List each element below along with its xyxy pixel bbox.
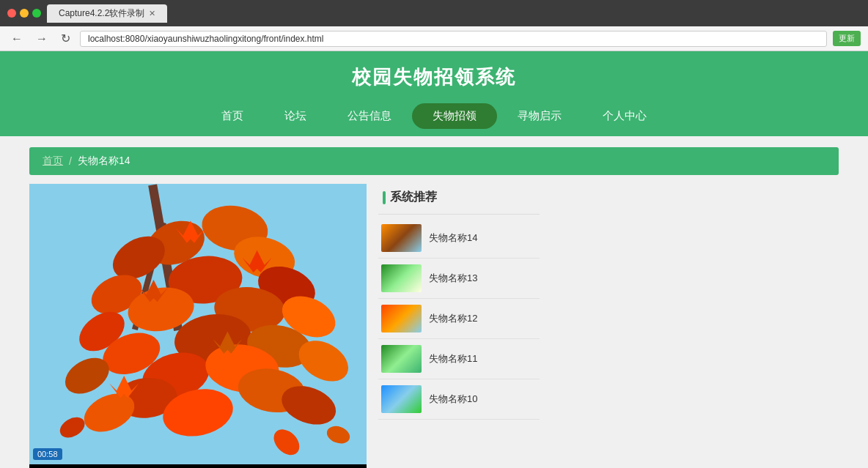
- reload-button[interactable]: ↻: [57, 30, 74, 47]
- sidebar-item-11[interactable]: 失物名称11: [378, 339, 540, 379]
- sidebar-thumb-10: [381, 385, 422, 413]
- maximize-window-button[interactable]: [32, 9, 41, 18]
- sidebar-label-14: 失物名称14: [429, 231, 477, 245]
- app-title: 校园失物招领系统: [0, 64, 868, 90]
- address-bar: ← → ↻ 更新: [0, 26, 868, 51]
- nav-announcements[interactable]: 公告信息: [327, 103, 412, 129]
- app-header: 校园失物招领系统: [0, 51, 868, 103]
- autumn-leaves-image: [29, 184, 367, 464]
- sidebar-item-13[interactable]: 失物名称13: [378, 259, 540, 299]
- browser-chrome: Capture4.2.2软件录制 ✕: [0, 0, 868, 26]
- nav-forum[interactable]: 论坛: [264, 103, 327, 129]
- sidebar-title-text: 系统推荐: [390, 190, 437, 205]
- sidebar-label-11: 失物名称11: [429, 352, 477, 365]
- browser-tab[interactable]: Capture4.2.2软件录制 ✕: [47, 4, 167, 23]
- sidebar-label-13: 失物名称13: [429, 272, 477, 285]
- sidebar-label-10: 失物名称10: [429, 393, 477, 406]
- sidebar-title-bar-decoration: [383, 191, 386, 204]
- minimize-window-button[interactable]: [20, 9, 29, 18]
- main-content: 首页 / 失物名称14: [0, 136, 868, 468]
- update-button[interactable]: 更新: [833, 31, 861, 46]
- nav-home[interactable]: 首页: [201, 103, 264, 129]
- breadcrumb-home-link[interactable]: 首页: [43, 155, 63, 168]
- time-badge: 00:58: [33, 448, 62, 460]
- nav-seeking[interactable]: 寻物启示: [497, 103, 582, 129]
- close-window-button[interactable]: [7, 9, 16, 18]
- sidebar-item-14[interactable]: 失物名称14: [378, 218, 540, 259]
- nav-lost-found[interactable]: 失物招领: [412, 103, 497, 129]
- window-controls: [7, 9, 41, 18]
- sidebar-item-10[interactable]: 失物名称10: [378, 379, 540, 420]
- breadcrumb-current: 失物名称14: [78, 155, 130, 168]
- breadcrumb-separator: /: [69, 155, 72, 167]
- breadcrumb: 首页 / 失物名称14: [29, 147, 839, 175]
- sidebar-thumb-11: [381, 345, 422, 373]
- nav-personal-center[interactable]: 个人中心: [582, 103, 667, 129]
- media-image: [29, 184, 367, 464]
- media-area: 00:58 ⚙ ↺ ■ ⏮ ▶ ⏭ 🔊 00:58: [29, 184, 367, 468]
- forward-button[interactable]: →: [32, 31, 51, 47]
- sidebar-title: 系统推荐: [378, 184, 540, 215]
- sidebar: 系统推荐 失物名称14 失物名称13 失物名称12 失物名称11 失物名称10: [378, 184, 540, 468]
- tab-title: Capture4.2.2软件录制: [59, 7, 144, 20]
- tab-close-icon[interactable]: ✕: [149, 9, 155, 18]
- sidebar-item-12[interactable]: 失物名称12: [378, 299, 540, 339]
- url-input[interactable]: [80, 31, 827, 47]
- sidebar-thumb-12: [381, 305, 422, 333]
- back-button[interactable]: ←: [7, 31, 26, 47]
- sidebar-thumb-14: [381, 224, 422, 252]
- content-layout: 00:58 ⚙ ↺ ■ ⏮ ▶ ⏭ 🔊 00:58 系统推荐: [29, 184, 839, 468]
- sidebar-label-12: 失物名称12: [429, 312, 477, 325]
- video-controls: 00:58 ⚙ ↺ ■ ⏮ ▶ ⏭ 🔊: [29, 464, 367, 468]
- sidebar-thumb-13: [381, 264, 422, 292]
- nav-bar: 首页 论坛 公告信息 失物招领 寻物启示 个人中心: [0, 103, 868, 136]
